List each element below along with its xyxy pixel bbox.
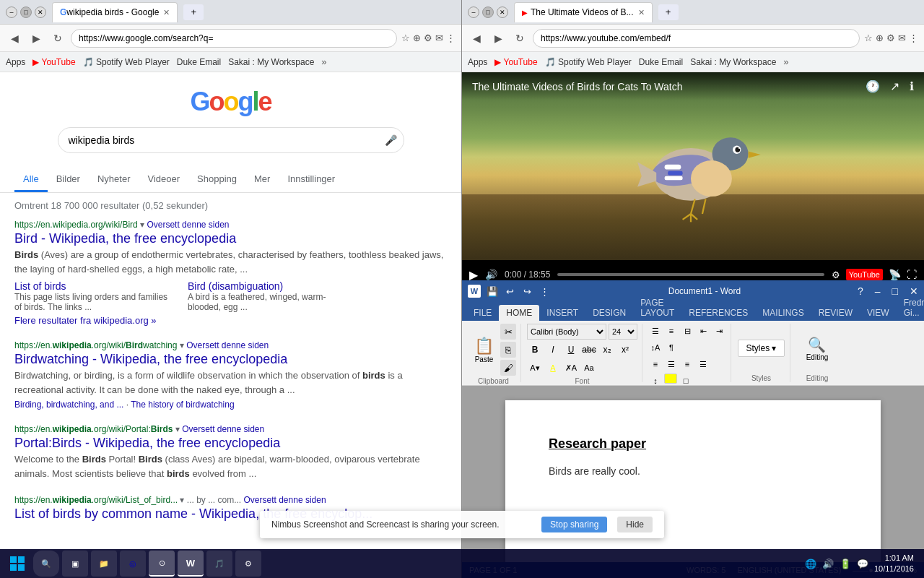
refresh-btn-r[interactable]: ↻ (511, 30, 528, 47)
sort-btn[interactable]: ↕A (648, 340, 663, 355)
browser-taskbar-btn[interactable]: ◎ (120, 551, 146, 577)
maximize-btn-r[interactable]: □ (482, 7, 494, 18)
cast-icon[interactable]: 📡 (889, 269, 901, 280)
refresh-btn[interactable]: ↻ (49, 30, 66, 47)
lens-icon-r[interactable]: ⊕ (876, 33, 884, 43)
bookmark-youtube[interactable]: ▶ YouTube (32, 57, 75, 67)
volume-taskbar-icon[interactable]: 🔊 (822, 558, 834, 569)
ribbon-tab-view[interactable]: VIEW (860, 305, 897, 321)
result-title-1[interactable]: Bird - Wikipedia, the free encyclopedia (14, 231, 447, 246)
bookmark-star-icon-r[interactable]: ☆ (864, 33, 873, 43)
align-left-btn[interactable]: ≡ (648, 357, 663, 371)
bookmark-star-icon[interactable]: ☆ (401, 33, 410, 43)
tab-mer[interactable]: Mer (245, 168, 279, 192)
clock[interactable]: 1:01 AM 10/11/2016 (874, 553, 914, 575)
start-button[interactable] (4, 551, 30, 577)
change-case-btn[interactable]: Aa (581, 360, 597, 376)
play-button[interactable]: ▶ (469, 268, 478, 282)
media-taskbar-btn[interactable]: 🎵 (206, 551, 232, 577)
maximize-btn[interactable]: □ (20, 7, 32, 18)
translate-link-4[interactable]: Oversett denne siden (244, 495, 326, 505)
show-para-btn[interactable]: ¶ (664, 340, 679, 355)
bookmark-spotify[interactable]: 🎵 Spotify Web Player (83, 57, 170, 67)
bold-btn[interactable]: B (527, 342, 543, 358)
redo-quick-btn[interactable]: ↪ (520, 284, 534, 298)
translate-link-3[interactable]: Oversett denne siden (182, 424, 264, 434)
font-name-select[interactable]: Calibri (Body) (527, 324, 606, 340)
ribbon-tab-references[interactable]: REFERENCES (681, 305, 755, 321)
ribbon-tab-mailings[interactable]: MAILINGS (755, 305, 811, 321)
qa-more-btn[interactable]: ⋮ (537, 284, 552, 298)
chrome-taskbar-btn[interactable]: ⊙ (149, 551, 175, 577)
ribbon-tab-home[interactable]: HOME (499, 305, 539, 321)
info-icon[interactable]: ℹ (910, 79, 914, 93)
back-btn[interactable]: ◀ (6, 30, 23, 47)
settings-taskbar-btn[interactable]: ⚙ (235, 551, 261, 577)
clear-format-btn[interactable]: ✗A (563, 360, 579, 376)
format-painter-btn[interactable]: 🖌 (500, 360, 516, 376)
document-body[interactable]: Birds are really cool. (549, 463, 837, 479)
bookmarks-more-r[interactable]: » (783, 56, 788, 67)
styles-dropdown[interactable]: Styles ▾ (738, 340, 784, 357)
forward-btn-r[interactable]: ▶ (489, 30, 507, 47)
ribbon-tab-review[interactable]: REVIEW (811, 305, 860, 321)
bookmark-duke[interactable]: Duke Email (177, 57, 221, 67)
task-view-btn[interactable]: ▣ (62, 551, 88, 577)
bookmark-sakai[interactable]: Sakai : My Workspace (228, 57, 314, 67)
copy-btn[interactable]: ⎘ (500, 342, 516, 358)
bookmark-youtube-r[interactable]: ▶ YouTube (494, 57, 537, 67)
gmail-icon[interactable]: ✉ (435, 33, 443, 43)
yt-tab-close[interactable]: ✕ (638, 8, 645, 17)
increase-indent-btn[interactable]: ⇥ (712, 324, 726, 338)
ribbon-tab-design[interactable]: DESIGN (585, 305, 633, 321)
hide-btn[interactable]: Hide (617, 517, 653, 532)
translate-link-2[interactable]: Oversett denne siden (186, 340, 269, 350)
multilevel-list-btn[interactable]: ⊟ (680, 324, 694, 338)
menu-icon-r[interactable]: ⋮ (909, 33, 918, 43)
minimize-btn[interactable]: – (6, 7, 17, 18)
translate-link-1[interactable]: Oversett denne siden (147, 220, 229, 230)
save-quick-btn[interactable]: 💾 (485, 284, 500, 298)
volume-icon[interactable]: 🔊 (485, 269, 497, 280)
italic-btn[interactable]: I (545, 342, 561, 358)
more-results-link[interactable]: Flere resultater fra wikipedia.org » (14, 315, 447, 326)
tab-close-btn[interactable]: ✕ (163, 8, 170, 17)
extensions-icon-r[interactable]: ⚙ (886, 33, 895, 43)
browser-tab-google[interactable]: G wikipedia birds - Google ✕ (52, 2, 178, 22)
menu-icon[interactable]: ⋮ (446, 33, 456, 43)
align-center-btn[interactable]: ☰ (664, 357, 679, 371)
tab-innstillinger[interactable]: Innstillinger (279, 168, 344, 192)
underline-btn[interactable]: U (563, 342, 579, 358)
word-minimize-icon[interactable]: – (875, 285, 881, 297)
font-color-btn[interactable]: A (545, 360, 561, 376)
close-btn[interactable]: ✕ (35, 7, 46, 18)
tab-shopping[interactable]: Shopping (188, 168, 245, 192)
notification-center-icon[interactable]: 💬 (857, 558, 868, 569)
cut-btn[interactable]: ✂ (500, 324, 516, 340)
numbered-list-btn[interactable]: ≡ (664, 324, 679, 338)
result-title-2[interactable]: Birdwatching - Wikipedia, the free encyc… (14, 352, 447, 367)
minimize-btn-r[interactable]: – (468, 7, 479, 18)
ribbon-tab-file[interactable]: FILE (466, 305, 499, 321)
new-tab-btn[interactable]: + (183, 4, 204, 20)
forward-btn[interactable]: ▶ (27, 30, 45, 47)
sub-title-list-birds[interactable]: List of birds (14, 280, 173, 292)
font-size-select[interactable]: 24 (609, 324, 637, 340)
extensions-icon[interactable]: ⚙ (424, 33, 432, 43)
word-help-icon[interactable]: ? (858, 285, 863, 297)
ribbon-tab-insert[interactable]: INSERT (539, 305, 585, 321)
clock-icon[interactable]: 🕐 (866, 79, 880, 93)
shading-btn[interactable] (664, 374, 677, 384)
stop-sharing-btn[interactable]: Stop sharing (541, 517, 607, 532)
mic-icon[interactable]: 🎤 (385, 134, 397, 146)
url-input[interactable] (71, 29, 397, 48)
bookmarks-more-icon[interactable]: » (321, 56, 326, 67)
bookmark-apps-r[interactable]: Apps (468, 57, 487, 67)
search-input[interactable] (58, 127, 404, 153)
ribbon-tab-user[interactable]: Fredrik Gi... (897, 295, 924, 321)
bookmark-sakai-r[interactable]: Sakai : My Workspace (690, 57, 776, 67)
result-title-3[interactable]: Portal:Birds - Wikipedia, the free encyc… (14, 436, 447, 451)
sub-title-disambiguation[interactable]: Bird (disambiguation) (188, 280, 346, 292)
superscript-btn[interactable]: x² (617, 342, 633, 358)
tab-nyheter[interactable]: Nyheter (89, 168, 139, 192)
